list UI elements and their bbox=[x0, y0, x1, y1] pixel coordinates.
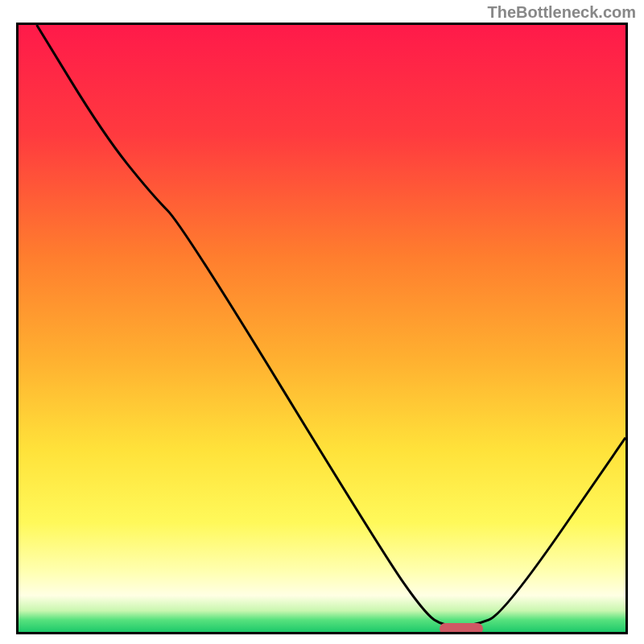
bottleneck-curve bbox=[19, 25, 625, 632]
chart-frame bbox=[16, 23, 628, 634]
watermark-text: TheBottleneck.com bbox=[488, 3, 636, 22]
optimal-marker bbox=[440, 623, 483, 634]
